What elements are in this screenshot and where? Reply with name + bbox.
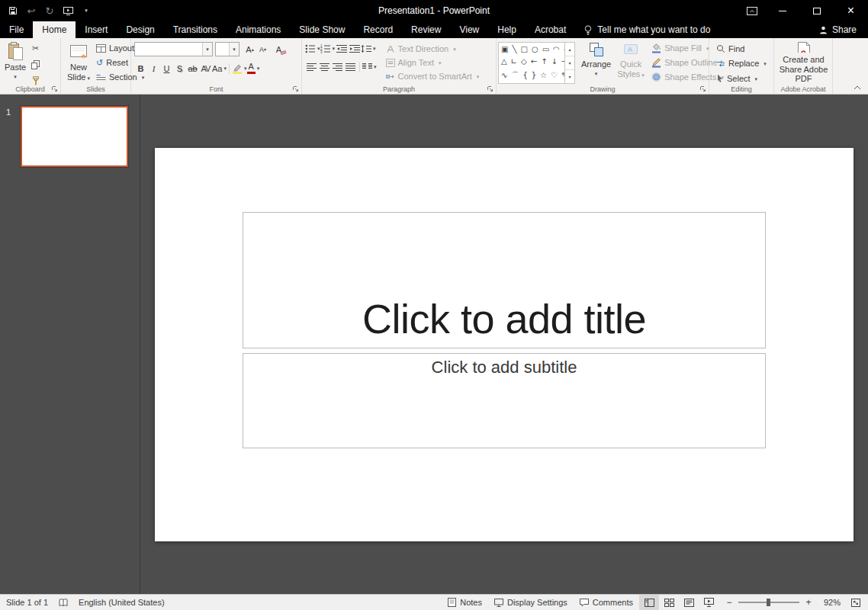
align-right-icon (333, 63, 342, 71)
bold-button[interactable]: B (134, 62, 147, 75)
tab-slide-show[interactable]: Slide Show (290, 21, 354, 38)
underline-button[interactable]: U (160, 62, 173, 75)
clipboard-dialog-launcher[interactable] (52, 86, 58, 92)
decrease-indent-button[interactable] (335, 42, 348, 55)
reading-view-button[interactable] (679, 595, 699, 610)
align-center-icon (320, 63, 330, 71)
tab-animations[interactable]: Animations (227, 21, 290, 38)
tab-record[interactable]: Record (354, 21, 402, 38)
tab-view[interactable]: View (450, 21, 488, 38)
text-direction-button[interactable]: Text Direction▾ (384, 44, 481, 54)
justify-button[interactable] (344, 60, 357, 73)
columns-button[interactable]: ▾ (362, 60, 377, 73)
font-size-select[interactable]: ▾ (215, 42, 240, 56)
tab-home[interactable]: Home (33, 21, 76, 38)
strikethrough-button[interactable]: ab (186, 62, 199, 75)
gallery-more-button[interactable]: ▾ (565, 69, 574, 83)
shape-gallery-row[interactable]: ▣╲□○▭◠⌐ (501, 45, 562, 53)
quick-styles-button[interactable]: A Quick Styles▾ (614, 40, 648, 84)
tab-design[interactable]: Design (117, 21, 163, 38)
font-color-button[interactable]: A ▾ (247, 62, 260, 75)
save-button[interactable] (5, 2, 21, 20)
increase-font-size-button[interactable]: A▴ (243, 43, 256, 56)
increase-indent-button[interactable] (348, 42, 361, 55)
dialog-launcher-icon (293, 86, 299, 92)
zoom-level[interactable]: 92% (818, 598, 841, 607)
fit-slide-button[interactable] (851, 599, 860, 607)
redo-button[interactable]: ↻ (41, 2, 58, 20)
slide-thumbnail-panel: 1 (0, 95, 140, 594)
font-dialog-launcher[interactable] (293, 86, 299, 92)
font-name-select[interactable]: ▾ (134, 42, 213, 56)
copy-button[interactable] (29, 58, 42, 71)
tab-transitions[interactable]: Transitions (164, 21, 227, 38)
maximize-button[interactable] (799, 0, 834, 21)
change-case-button[interactable]: Aa▾ (212, 62, 227, 75)
title-placeholder[interactable]: Click to add title (243, 212, 766, 348)
comments-button[interactable]: Comments (574, 595, 639, 610)
find-button[interactable]: Find (715, 43, 768, 54)
highlight-color-button[interactable]: ▾ (232, 62, 247, 75)
line-spacing-icon (361, 44, 371, 53)
maximize-icon (813, 8, 821, 14)
line-spacing-button[interactable]: ▾ (361, 42, 376, 55)
align-text-button[interactable]: Align Text▾ (384, 58, 481, 68)
paste-button[interactable]: Paste ▾ (2, 40, 29, 84)
convert-smartart-button[interactable]: Convert to SmartArt▾ (384, 72, 481, 82)
shape-gallery-row[interactable]: △∟◇←↑↓→ (501, 57, 562, 66)
zoom-slider-thumb[interactable] (767, 599, 770, 606)
subtitle-placeholder[interactable]: Click to add subtitle (243, 353, 766, 448)
tab-acrobat[interactable]: Acrobat (526, 21, 575, 38)
tell-me-box[interactable]: Tell me what you want to do (584, 21, 710, 38)
gallery-scroll-down-button[interactable]: ▾ (565, 56, 574, 69)
paragraph-dialog-launcher[interactable] (487, 86, 493, 92)
slide-indicator[interactable]: Slide 1 of 1 (6, 598, 48, 607)
gallery-scroll-up-button[interactable]: ▴ (565, 43, 574, 56)
italic-button[interactable]: I (147, 62, 160, 75)
replace-button[interactable]: Replace▾ (715, 59, 768, 69)
customize-qat-button[interactable]: ▾ (78, 2, 95, 20)
zoom-in-button[interactable]: + (804, 597, 813, 608)
collapse-ribbon-button[interactable] (854, 85, 861, 90)
language-indicator[interactable]: English (United States) (79, 598, 165, 607)
shape-gallery-row[interactable]: ∿⌒{}☆♡✎ (501, 70, 562, 81)
character-spacing-button[interactable]: AV (199, 62, 212, 75)
numbering-button[interactable]: 123 ▾ (320, 42, 336, 55)
proofing-button[interactable] (59, 599, 68, 607)
drawing-dialog-launcher[interactable] (700, 86, 706, 92)
shapes-gallery[interactable]: ▣╲□○▭◠⌐ △∟◇←↑↓→ ∿⌒{}☆♡✎ ▴ ▾ ▾ (498, 42, 575, 84)
ribbon-display-options-button[interactable] (739, 0, 765, 21)
align-right-button[interactable] (331, 60, 344, 73)
display-settings-button[interactable]: Display Settings (488, 595, 574, 610)
cut-button[interactable]: ✂ (29, 42, 42, 55)
notes-button[interactable]: Notes (442, 595, 488, 610)
slide-thumbnail[interactable] (21, 106, 128, 167)
group-label-slides: Slides (61, 85, 130, 93)
arrange-button[interactable]: Arrange ▾ (578, 40, 614, 84)
new-slide-button[interactable]: New Slide▾ (63, 40, 95, 84)
minimize-button[interactable] (765, 0, 799, 21)
align-center-button[interactable] (318, 60, 331, 73)
close-button[interactable]: × (834, 0, 868, 21)
select-button[interactable]: Select▾ (715, 73, 768, 84)
slideshow-view-button[interactable] (699, 595, 719, 610)
decrease-indent-icon (336, 44, 347, 53)
share-button[interactable]: Share (808, 21, 868, 38)
slide[interactable]: Click to add title Click to add subtitle (155, 148, 854, 541)
create-pdf-button[interactable]: Create and Share Adobe PDF (776, 40, 831, 84)
bullets-button[interactable]: ▾ (305, 42, 320, 55)
normal-view-button[interactable] (639, 595, 659, 610)
zoom-out-button[interactable]: − (725, 597, 734, 608)
text-shadow-button[interactable]: S (173, 62, 186, 75)
align-left-button[interactable] (305, 60, 318, 73)
tab-insert[interactable]: Insert (76, 21, 117, 38)
undo-button[interactable]: ↩ (23, 2, 40, 20)
clear-formatting-button[interactable]: A (275, 43, 288, 56)
slide-sorter-view-button[interactable] (659, 595, 679, 610)
tab-review[interactable]: Review (402, 21, 450, 38)
tab-help[interactable]: Help (488, 21, 526, 38)
tab-file[interactable]: File (0, 21, 33, 38)
zoom-slider[interactable] (738, 602, 799, 603)
start-slideshow-button[interactable] (59, 2, 76, 20)
decrease-font-size-button[interactable]: A▾ (256, 43, 269, 56)
